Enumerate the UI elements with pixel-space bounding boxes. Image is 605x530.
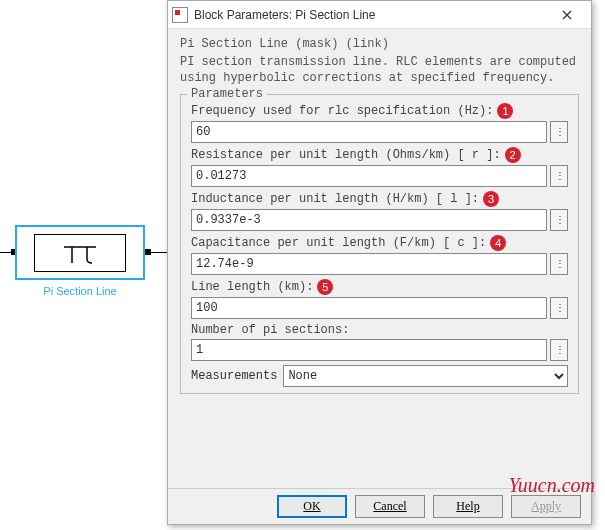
row-measurements: Measurements None [191,365,568,387]
dialog-title: Block Parameters: Pi Section Line [194,8,547,22]
row-cap: Capacitance per unit length (F/km) [ c ]… [191,235,568,275]
input-len[interactable] [191,297,547,319]
input-ind[interactable] [191,209,547,231]
row-freq: Frequency used for rlc specification (Hz… [191,103,568,143]
badge-2: 2 [505,147,521,163]
parameters-group: Parameters Frequency used for rlc specif… [180,94,579,394]
row-npi: Number of pi sections: ⋮ [191,323,568,361]
label-freq: Frequency used for rlc specification (Hz… [191,104,493,118]
badge-1: 1 [497,103,513,119]
block-pi-section-line[interactable] [15,225,145,280]
port-right [145,249,151,255]
row-len: Line length (km): 5 ⋮ [191,279,568,319]
block-label[interactable]: Pi Section Line [15,285,145,297]
more-len[interactable]: ⋮ [550,297,568,319]
dialog-window: Block Parameters: Pi Section Line Pi Sec… [167,0,592,525]
label-res: Resistance per unit length (Ohms/km) [ r… [191,148,501,162]
more-npi[interactable]: ⋮ [550,339,568,361]
block-inner [34,234,126,272]
label-measurements: Measurements [191,369,277,383]
label-cap: Capacitance per unit length (F/km) [ c ]… [191,236,486,250]
more-freq[interactable]: ⋮ [550,121,568,143]
simulink-icon [172,7,188,23]
mask-line: Pi Section Line (mask) (link) [180,37,579,51]
row-res: Resistance per unit length (Ohms/km) [ r… [191,147,568,187]
input-freq[interactable] [191,121,547,143]
pi-icon [60,241,100,265]
dialog-content: Pi Section Line (mask) (link) PI section… [168,29,591,488]
badge-5: 5 [317,279,333,295]
badge-3: 3 [483,191,499,207]
titlebar[interactable]: Block Parameters: Pi Section Line [168,1,591,29]
input-cap[interactable] [191,253,547,275]
badge-4: 4 [490,235,506,251]
more-cap[interactable]: ⋮ [550,253,568,275]
label-ind: Inductance per unit length (H/km) [ l ]: [191,192,479,206]
input-res[interactable] [191,165,547,187]
description: PI section transmission line. RLC elemen… [180,54,579,86]
help-button[interactable]: Help [433,495,503,518]
row-ind: Inductance per unit length (H/km) [ l ]:… [191,191,568,231]
cancel-button[interactable]: Cancel [355,495,425,518]
select-measurements[interactable]: None [283,365,568,387]
ok-button[interactable]: OK [277,495,347,518]
parameters-legend: Parameters [187,87,267,101]
close-icon [562,10,572,20]
more-res[interactable]: ⋮ [550,165,568,187]
input-npi[interactable] [191,339,547,361]
apply-button[interactable]: Apply [511,495,581,518]
watermark: Yuucn.com [509,475,595,495]
label-len: Line length (km): [191,280,313,294]
close-button[interactable] [547,2,587,28]
label-npi: Number of pi sections: [191,323,349,337]
more-ind[interactable]: ⋮ [550,209,568,231]
